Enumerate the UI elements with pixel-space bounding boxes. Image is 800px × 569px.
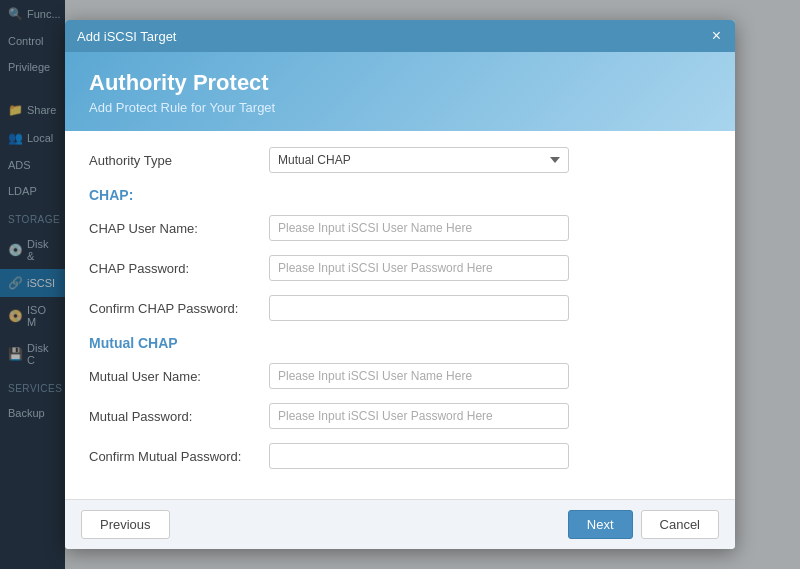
cancel-button[interactable]: Cancel [641,510,719,539]
mutual-username-input[interactable] [269,363,569,389]
previous-button[interactable]: Previous [81,510,170,539]
modal-body: Authority Type None CHAP Mutual CHAP CHA… [65,131,735,499]
mutual-password-label: Mutual Password: [89,409,269,424]
confirm-chap-password-input[interactable] [269,295,569,321]
confirm-chap-password-label: Confirm CHAP Password: [89,301,269,316]
chap-password-row: CHAP Password: [89,255,711,281]
modal-titlebar-title: Add iSCSI Target [77,29,176,44]
chap-username-input[interactable] [269,215,569,241]
chap-username-label: CHAP User Name: [89,221,269,236]
modal-overlay: Add iSCSI Target × Authority Protect Add… [0,0,800,569]
confirm-mutual-password-row: Confirm Mutual Password: [89,443,711,469]
chap-password-input[interactable] [269,255,569,281]
modal-close-button[interactable]: × [710,28,723,44]
mutual-username-label: Mutual User Name: [89,369,269,384]
mutual-password-input[interactable] [269,403,569,429]
confirm-chap-password-row: Confirm CHAP Password: [89,295,711,321]
modal-header-subtitle: Add Protect Rule for Your Target [89,100,711,115]
modal-footer: Previous Next Cancel [65,499,735,549]
confirm-mutual-password-label: Confirm Mutual Password: [89,449,269,464]
footer-left: Previous [81,510,170,539]
modal-header: Authority Protect Add Protect Rule for Y… [65,52,735,131]
chap-password-label: CHAP Password: [89,261,269,276]
chap-username-row: CHAP User Name: [89,215,711,241]
mutual-username-row: Mutual User Name: [89,363,711,389]
modal-titlebar: Add iSCSI Target × [65,20,735,52]
footer-right: Next Cancel [568,510,719,539]
authority-type-label: Authority Type [89,153,269,168]
modal-header-title: Authority Protect [89,70,711,96]
confirm-mutual-password-input[interactable] [269,443,569,469]
mutual-password-row: Mutual Password: [89,403,711,429]
authority-type-row: Authority Type None CHAP Mutual CHAP [89,147,711,173]
chap-section-heading: CHAP: [89,187,711,203]
modal-dialog: Add iSCSI Target × Authority Protect Add… [65,20,735,549]
authority-type-select[interactable]: None CHAP Mutual CHAP [269,147,569,173]
next-button[interactable]: Next [568,510,633,539]
mutual-chap-section-heading: Mutual CHAP [89,335,711,351]
